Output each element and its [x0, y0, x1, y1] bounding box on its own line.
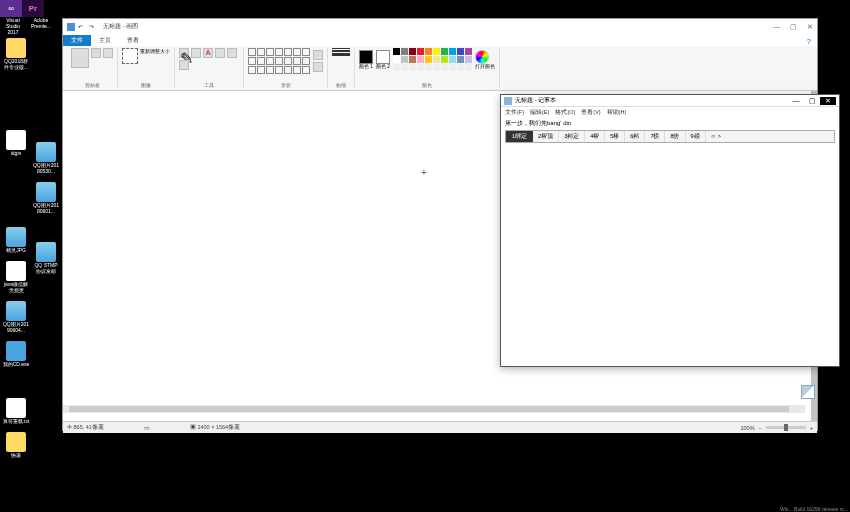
desktop-icon[interactable]: 我的CD.exe — [2, 341, 30, 368]
text-tool[interactable]: A — [203, 48, 213, 58]
palette-swatch[interactable] — [433, 64, 440, 71]
save-icon[interactable] — [67, 23, 75, 31]
palette-swatch[interactable] — [441, 64, 448, 71]
menu-edit[interactable]: 编辑(E) — [530, 109, 549, 116]
paint-titlebar[interactable]: ↶ ↷ 无标题 - 画图 — ▢ ✕ — [63, 19, 817, 34]
premiere-taskbar-icon[interactable]: Pr — [22, 0, 44, 17]
tab-home[interactable]: 主页 — [91, 35, 119, 46]
cut-button[interactable] — [91, 48, 101, 58]
zoom-tool[interactable] — [179, 60, 189, 70]
fill-button[interactable] — [313, 62, 323, 72]
close-button[interactable]: ✕ — [807, 23, 813, 31]
palette-swatch[interactable] — [457, 64, 464, 71]
palette-swatch[interactable] — [465, 64, 472, 71]
desktop-icon[interactable]: QQ图片20180530... — [32, 142, 60, 174]
color1-button[interactable] — [359, 50, 373, 64]
eraser-tool[interactable] — [215, 48, 225, 58]
desktop-icon[interactable]: QQ STMP协议发邮 — [32, 242, 60, 274]
ime-candidate[interactable]: 1绑定 — [506, 131, 533, 142]
palette-swatch[interactable] — [433, 56, 440, 63]
close-button[interactable]: ✕ — [820, 97, 836, 105]
select-button[interactable] — [122, 48, 138, 64]
zoom-in-button[interactable]: + — [810, 425, 813, 431]
horizontal-scrollbar[interactable] — [63, 405, 805, 413]
desktop-icon[interactable]: QQ2018群件专业版... — [2, 38, 30, 70]
menu-format[interactable]: 格式(O) — [555, 109, 575, 116]
ime-candidate[interactable]: 8傍 — [665, 131, 685, 142]
palette-swatch[interactable] — [433, 48, 440, 55]
pencil-tool[interactable]: ✎ — [179, 48, 189, 58]
menu-help[interactable]: 帮助(H) — [607, 109, 627, 116]
palette-swatch[interactable] — [417, 56, 424, 63]
maximize-button[interactable]: ▢ — [790, 23, 797, 31]
palette-swatch[interactable] — [425, 56, 432, 63]
ime-candidate-bar[interactable]: 1绑定 2帮顶 3邦定 4帮 5棒 6邦 7榜 8傍 9磅 ☺ > — [505, 130, 835, 143]
vs-label: Visual Studio 2017 — [0, 17, 26, 35]
palette-swatch[interactable] — [393, 48, 400, 55]
palette-swatch[interactable] — [457, 56, 464, 63]
zoom-slider[interactable] — [766, 426, 806, 429]
desktop-icon[interactable]: 算符重载.txt — [2, 398, 30, 425]
paste-button[interactable] — [71, 48, 89, 68]
desktop-icon[interactable]: idgin — [2, 130, 30, 157]
ime-candidate[interactable]: 2帮顶 — [533, 131, 559, 142]
desktop-icon[interactable]: java微信解无损更 — [2, 261, 30, 293]
fill-tool[interactable] — [191, 48, 201, 58]
picker-tool[interactable] — [227, 48, 237, 58]
zoom-out-button[interactable]: − — [759, 425, 762, 431]
ime-more-button[interactable]: ☺ > — [706, 131, 726, 142]
resize-grip[interactable] — [801, 385, 815, 399]
palette-swatch[interactable] — [449, 56, 456, 63]
tab-file[interactable]: 文件 — [63, 35, 91, 46]
palette-swatch[interactable] — [401, 48, 408, 55]
ime-candidate[interactable]: 4帮 — [585, 131, 605, 142]
palette-swatch[interactable] — [465, 56, 472, 63]
palette-swatch[interactable] — [441, 56, 448, 63]
notepad-window: 无标题 - 记事本 — ▢ ✕ 文件(F) 编辑(E) 格式(O) 查看(V) … — [500, 94, 840, 367]
desktop-icon[interactable]: 精灵JPG — [2, 227, 30, 254]
desktop-icon[interactable]: 快递 — [2, 432, 30, 459]
notepad-titlebar[interactable]: 无标题 - 记事本 — ▢ ✕ — [501, 95, 839, 107]
ime-candidate[interactable]: 9磅 — [686, 131, 706, 142]
palette-swatch[interactable] — [449, 64, 456, 71]
ime-candidate[interactable]: 7榜 — [645, 131, 665, 142]
palette-swatch[interactable] — [465, 48, 472, 55]
palette-swatch[interactable] — [401, 56, 408, 63]
copy-button[interactable] — [103, 48, 113, 58]
palette-swatch[interactable] — [425, 48, 432, 55]
palette-swatch[interactable] — [441, 48, 448, 55]
menu-view[interactable]: 查看(V) — [581, 109, 600, 116]
desktop-icon[interactable]: QQ图片20180601... — [32, 182, 60, 214]
palette-swatch[interactable] — [449, 48, 456, 55]
help-icon[interactable]: ? — [807, 37, 811, 46]
cursor-position: ✛ 865, 41像素 — [67, 424, 104, 431]
vs2017-taskbar-icon[interactable]: ∞ — [0, 0, 22, 17]
tab-view[interactable]: 查看 — [119, 35, 147, 46]
desktop-icon[interactable]: QQ图片20190604... — [2, 301, 30, 333]
palette-swatch[interactable] — [409, 48, 416, 55]
palette-swatch[interactable] — [417, 64, 424, 71]
color2-button[interactable] — [376, 50, 390, 64]
ime-candidate[interactable]: 6邦 — [625, 131, 645, 142]
palette-swatch[interactable] — [425, 64, 432, 71]
outline-button[interactable] — [313, 50, 323, 60]
maximize-button[interactable]: ▢ — [804, 97, 820, 105]
shapes-gallery[interactable] — [248, 48, 310, 74]
ime-candidate[interactable]: 5棒 — [605, 131, 625, 142]
palette-swatch[interactable] — [401, 64, 408, 71]
ime-candidate[interactable]: 3邦定 — [559, 131, 585, 142]
palette-swatch[interactable] — [417, 48, 424, 55]
menu-file[interactable]: 文件(F) — [505, 109, 524, 116]
palette-swatch[interactable] — [457, 48, 464, 55]
minimize-button[interactable]: — — [788, 97, 804, 105]
palette-swatch[interactable] — [409, 64, 416, 71]
redo-icon[interactable]: ↷ — [89, 23, 97, 31]
undo-icon[interactable]: ↶ — [78, 23, 86, 31]
palette-swatch[interactable] — [393, 64, 400, 71]
color-palette[interactable] — [393, 48, 472, 71]
notepad-textarea[interactable]: 第一步，我们先bang' din 1绑定 2帮顶 3邦定 4帮 5棒 6邦 7榜… — [501, 117, 839, 145]
edit-colors-button[interactable] — [475, 50, 489, 64]
minimize-button[interactable]: — — [773, 23, 780, 31]
palette-swatch[interactable] — [409, 56, 416, 63]
palette-swatch[interactable] — [393, 56, 400, 63]
